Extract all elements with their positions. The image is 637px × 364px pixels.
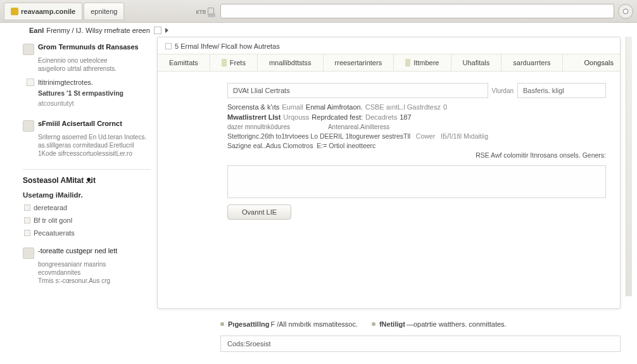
form-area: DVAt Llial Certrats Vlurdan Basferis. kl… <box>158 72 620 227</box>
sidebar-block-desc: 1Kode sifrcesscortuolessisitLer.ro <box>38 149 151 158</box>
favicon-icon <box>11 8 18 15</box>
detail-text: Sazigne eal..Adus Ciomotros <box>227 142 313 149</box>
footer-label: fNetiligt <box>379 320 405 328</box>
sidebar-subitem[interactable]: Sattures '1 St ermpastiving <box>23 88 151 98</box>
sidebar-block-desc: as.slillgeras cormitedaud Eretlucril <box>38 141 151 149</box>
sidebar-block-desc: Ecinennio ono ueteolcee <box>38 56 151 65</box>
subheader-label: dazer mnnultnködures <box>227 123 290 130</box>
browser-tab-1[interactable]: reavaamp.conile <box>4 3 82 20</box>
detail-text: Stettorignc.26th to1trvtoees Lo DEERIL 1… <box>227 132 410 140</box>
footer-seg: Pıgesattillng F /All nmıbıtk msmatitesso… <box>220 320 358 328</box>
info-row-list: Mwatlistrert LIst Urqouss Reprdcated fes… <box>227 113 606 121</box>
sidebar-block-desc: ecovmdannites <box>38 268 151 277</box>
info-row-email: Sorcensta & k'ıts Eumall Enmal Aimfrotao… <box>227 103 606 111</box>
security-indicator: ктв <box>125 8 220 15</box>
tab-files[interactable]: Frets <box>210 54 258 71</box>
sidebar-block-create: -toreatte custgepr ned lett bongreesania… <box>23 247 151 285</box>
lock-icon <box>208 8 214 15</box>
address-bar-wrap <box>220 4 614 18</box>
sidebar-link-label: deretearad <box>34 204 67 211</box>
browser-tab-2[interactable]: epniteng <box>84 3 124 20</box>
sidebar-link[interactable]: Bf tr olit gonl <box>23 214 151 227</box>
detail-text: Cower <box>416 132 435 140</box>
info-label: Sorcensta & k'ıts <box>227 103 279 111</box>
sidebar-block-templates: Grom Termunuıls dt Ransases Ecinennio on… <box>23 43 151 108</box>
breadcrumb-part[interactable]: Wilsy rmefrate ereen <box>85 27 149 34</box>
tab-starters[interactable]: sarduarrters <box>501 54 562 71</box>
sidebar-block-desc: Trmis s:-cœsonur.Aus crg <box>38 277 151 285</box>
sidebar-item-label: Ititrinimgtectrotes. <box>38 78 93 86</box>
sidebar-link[interactable]: Pecaatuerats <box>23 227 151 239</box>
footer-input[interactable]: Cods:Sroesist <box>220 336 621 352</box>
tab-presenters[interactable]: rreesertarinters <box>324 54 394 71</box>
footer-summary: Pıgesattillng F /All nmıbıtk msmatitesso… <box>157 320 621 328</box>
svg-point-0 <box>623 9 628 14</box>
sidebar-block-title: -toreatte custgepr ned lett <box>38 247 117 254</box>
info-label: Eumall <box>282 103 303 111</box>
flag-icon <box>405 59 410 66</box>
info-count: 187 <box>400 113 411 121</box>
footer-label: Pıgesattillng <box>228 320 269 328</box>
tab-label: epniteng <box>91 8 117 15</box>
bullet-icon <box>24 217 30 223</box>
breadcrumb-flag-icon <box>154 27 161 34</box>
info-label: Mwatlistrert LIst <box>227 113 281 121</box>
dot-icon <box>372 322 375 326</box>
sidebar-block-title: Grom Termunuıls dt Ransases <box>38 43 139 51</box>
sidebar-section-header: Usetamg iMailidr. <box>23 191 151 199</box>
detail-row: RSE Awf colomitir Itnrosans onsels. Gene… <box>227 151 606 159</box>
tab-mailboxes[interactable]: mnallibdttstss <box>258 54 324 71</box>
sidebar-block-desc: Sriterng asoerred En Ud.teran Inotecs. <box>38 133 151 141</box>
field-row-contacts: DVAt Llial Certrats Vlurdan Basferis. kl… <box>227 83 606 98</box>
breadcrumb-part[interactable]: Frenmy / IJ. <box>46 27 83 34</box>
panel-action-link[interactable]: Oongsals <box>584 59 614 66</box>
main-panel: 5 Ermal Ihfew/ Flcall how Autretas Oongs… <box>157 37 621 309</box>
tab-members[interactable]: Ittmbere <box>394 54 451 71</box>
info-label: Urqouss <box>283 113 309 121</box>
footer-text: —opatrtie watthers. conmittates. <box>407 320 507 328</box>
breadcrumb-part[interactable]: Eanl <box>29 27 44 34</box>
dot-icon <box>220 322 224 326</box>
detail-text: E:= Ortiol ineotteerc <box>317 142 375 149</box>
detail-row: Stettorignc.26th to1trvtoees Lo DEERIL 1… <box>227 132 606 140</box>
doc-icon <box>23 120 34 132</box>
panel-title-text: 5 Ermal Ihfew/ Flcall how Autretas <box>175 42 280 50</box>
sidebar-link[interactable]: deretearad <box>23 201 151 214</box>
subheader-label: Antenareal.Ainilteress <box>328 123 389 130</box>
square-icon <box>27 78 34 86</box>
scrollbar[interactable] <box>626 37 632 296</box>
tab-emails[interactable]: Eamittats <box>158 54 210 71</box>
panel-title-icon <box>165 43 172 49</box>
sub-headers: dazer mnnultnködures Antenareal.Ainilter… <box>227 123 606 130</box>
footer-seg: fNetiligt —opatrtie watthers. conmittate… <box>372 320 507 328</box>
info-label: Enmal Aimfrotaon. <box>306 103 363 111</box>
sidebar-link-label: Bf tr olit gonl <box>34 217 72 224</box>
tab-updates[interactable]: Uhafitals <box>451 54 502 71</box>
sidebar-block-desc: asıgeiloro utrtal athrerensts. <box>38 65 151 73</box>
sidebar: Grom Termunuıls dt Ransases Ecinennio on… <box>0 37 157 296</box>
breadcrumb-expand-icon[interactable] <box>165 28 168 33</box>
detail-row: Sazigne eal..Adus Ciomotros E:= Ortiol i… <box>227 142 606 149</box>
address-input[interactable] <box>220 4 614 18</box>
sidebar-section-header: Sosteasol AMitat ᴥit <box>23 169 151 185</box>
sidebar-subitem[interactable]: atcosuntutyt <box>23 98 151 108</box>
top-bar: reavaamp.conile epniteng ктв <box>0 0 637 23</box>
tab-label: Frets <box>230 59 246 66</box>
bullet-icon <box>24 230 30 236</box>
go-arrow-icon <box>622 8 629 15</box>
contacts-field[interactable]: DVAt Llial Certrats <box>227 83 488 98</box>
field-side-label: Vlurdan <box>492 87 514 94</box>
sidebar-block-desc: bongreesanianr masrins <box>38 260 151 268</box>
panel-title: 5 Ermal Ihfew/ Flcall how Autretas <box>158 37 620 54</box>
flag-icon <box>222 59 227 66</box>
notes-textarea[interactable] <box>227 165 606 198</box>
footer-text: F /All nmıbıtk msmatitessoc. <box>270 320 358 328</box>
info-label: Reprdcated fest: <box>312 113 363 121</box>
security-label: ктв <box>196 8 206 15</box>
sidebar-item[interactable]: Ititrinimgtectrotes. <box>23 77 151 88</box>
panel-tabs: Eamittats Frets mnallibdttstss rreeserta… <box>158 54 620 72</box>
side-field[interactable]: Basferis. kligl <box>517 83 606 98</box>
bullet-icon <box>24 204 30 211</box>
submit-button[interactable]: Ovannt LIE <box>227 204 291 220</box>
go-button[interactable] <box>618 4 633 19</box>
